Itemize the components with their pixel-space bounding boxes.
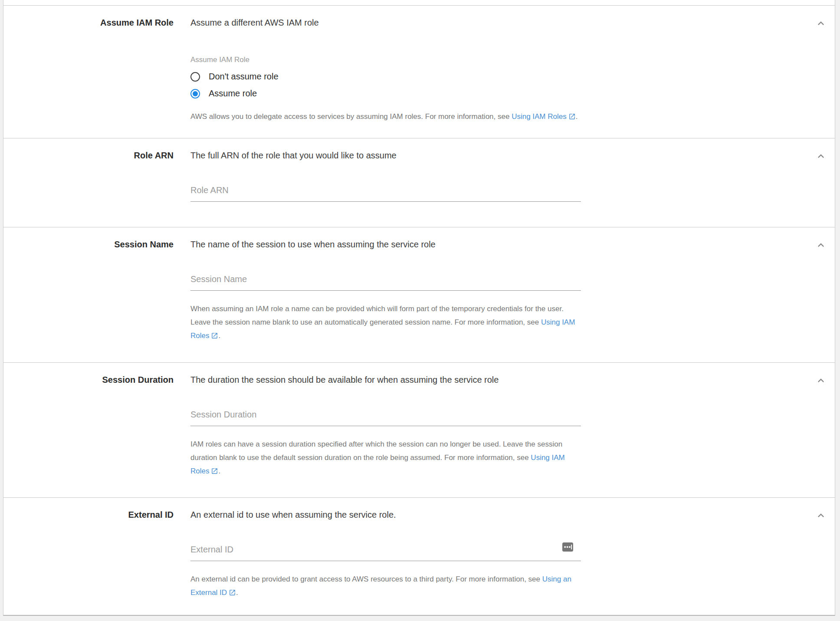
section-label: Session Duration	[3, 363, 174, 385]
chevron-up-icon	[815, 509, 827, 523]
help-text-suffix: .	[576, 112, 578, 121]
section-title: Assume a different AWS IAM role	[190, 17, 581, 28]
help-text: AWS allows you to delegate access to ser…	[190, 110, 581, 123]
chevron-up-icon	[815, 239, 827, 253]
help-text-body: When assuming an IAM role a name can be …	[190, 305, 564, 326]
collapse-section-button[interactable]	[814, 374, 828, 388]
section-session-name: Session Name The name of the session to …	[3, 227, 835, 363]
radio-circle-icon	[190, 89, 200, 99]
session-name-input[interactable]	[190, 273, 581, 291]
section-session-duration: Session Duration The duration the sessio…	[3, 363, 835, 498]
previous-section-partial	[3, 0, 835, 6]
collapse-section-button[interactable]	[814, 17, 828, 31]
section-external-id: External ID An external id to use when a…	[3, 498, 835, 615]
radio-circle-icon	[190, 72, 200, 82]
help-text-suffix: .	[236, 588, 238, 597]
help-text-body: IAM roles can have a session duration sp…	[190, 440, 562, 462]
open-in-new-icon	[227, 588, 236, 597]
section-assume-iam-role: Assume IAM Role Assume a different AWS I…	[3, 6, 835, 138]
open-in-new-icon	[567, 112, 576, 121]
insert-variable-icon[interactable]	[562, 542, 573, 552]
help-text: When assuming an IAM role a name can be …	[190, 302, 581, 342]
using-iam-roles-link[interactable]: Using IAM Roles	[512, 112, 576, 121]
chevron-up-icon	[815, 17, 827, 31]
help-text-suffix: .	[218, 332, 220, 340]
radio-option-assume-role[interactable]: Assume role	[190, 89, 581, 99]
help-text-body: AWS allows you to delegate access to ser…	[190, 112, 512, 121]
open-in-new-icon	[209, 332, 218, 340]
section-label: External ID	[3, 498, 174, 520]
radio-option-label: Assume role	[209, 89, 257, 99]
collapse-section-button[interactable]	[814, 509, 828, 523]
chevron-up-icon	[815, 375, 827, 388]
assume-role-radio-group: Don't assume role Assume role	[190, 72, 581, 99]
section-title: An external id to use when assuming the …	[190, 509, 581, 520]
radio-option-dont-assume-role[interactable]: Don't assume role	[190, 72, 581, 82]
section-title: The name of the session to use when assu…	[190, 239, 581, 250]
external-id-input[interactable]	[190, 544, 581, 561]
help-text-suffix: .	[218, 467, 220, 475]
help-text: An external id can be provided to grant …	[190, 572, 581, 599]
session-duration-input[interactable]	[190, 409, 581, 426]
open-in-new-icon	[209, 467, 218, 475]
chevron-up-icon	[815, 150, 827, 164]
section-label: Session Name	[3, 227, 174, 250]
help-text-body: An external id can be provided to grant …	[190, 575, 542, 583]
role-arn-input[interactable]	[190, 184, 581, 202]
section-role-arn: Role ARN The full ARN of the role that y…	[3, 138, 835, 227]
collapse-section-button[interactable]	[814, 239, 828, 253]
settings-card: Assume IAM Role Assume a different AWS I…	[3, 0, 835, 616]
collapse-section-button[interactable]	[814, 150, 828, 164]
section-title: The duration the session should be avail…	[190, 375, 581, 385]
radio-group-label: Assume IAM Role	[190, 55, 581, 65]
help-text: IAM roles can have a session duration sp…	[190, 437, 581, 478]
section-label: Assume IAM Role	[3, 6, 174, 28]
section-title: The full ARN of the role that you would …	[190, 150, 581, 161]
radio-option-label: Don't assume role	[209, 72, 279, 82]
section-label: Role ARN	[3, 138, 174, 161]
